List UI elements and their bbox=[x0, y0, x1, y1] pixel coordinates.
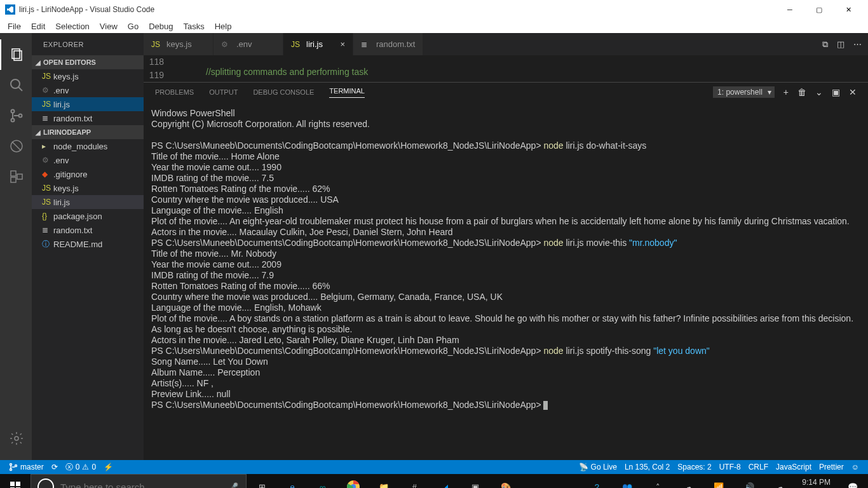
sync-icon[interactable]: ⟳ bbox=[48, 463, 62, 471]
compare-icon[interactable]: ⧉ bbox=[822, 39, 828, 50]
open-editor-liri[interactable]: JSliri.js bbox=[32, 97, 144, 111]
code-editor[interactable]: 118119 //splitting commands and performi… bbox=[144, 55, 868, 82]
language[interactable]: JavaScript bbox=[772, 463, 815, 471]
wifi-icon[interactable]: 📶 bbox=[703, 474, 734, 488]
split-icon[interactable]: ◫ bbox=[837, 39, 844, 49]
bottom-panel: PROBLEMS OUTPUT DEBUG CONSOLE TERMINAL 1… bbox=[144, 82, 868, 460]
file-readme[interactable]: ⓘREADME.md bbox=[32, 237, 144, 251]
paint-icon[interactable]: 🎨 bbox=[491, 474, 521, 488]
tab-random[interactable]: ≣random.txt bbox=[353, 33, 423, 55]
clock[interactable]: 9:14 PM2/3/2018 bbox=[795, 478, 837, 488]
tab-problems[interactable]: PROBLEMS bbox=[155, 88, 194, 96]
text-icon: ≣ bbox=[42, 114, 53, 123]
svg-point-12 bbox=[15, 437, 18, 440]
terminal-taskbar-icon[interactable]: ▣ bbox=[460, 474, 491, 488]
explorer-icon[interactable] bbox=[0, 39, 32, 70]
menubar: File Edit Selection View Go Debug Tasks … bbox=[0, 19, 868, 33]
explorer-icon[interactable]: 📁 bbox=[369, 474, 399, 488]
cursor bbox=[543, 401, 548, 410]
sidebar-header: EXPLORER bbox=[32, 33, 144, 55]
menu-go[interactable]: Go bbox=[123, 22, 144, 31]
menu-view[interactable]: View bbox=[95, 22, 123, 31]
search-box[interactable]: 🎤 bbox=[31, 474, 247, 488]
start-button[interactable] bbox=[0, 474, 31, 488]
chevron-down-icon[interactable]: ⌄ bbox=[815, 87, 823, 97]
menu-help[interactable]: Help bbox=[210, 22, 237, 31]
menu-selection[interactable]: Selection bbox=[50, 22, 94, 31]
errors[interactable]: ⓧ 0 ⚠ 0 bbox=[62, 462, 100, 473]
cursor-position[interactable]: Ln 135, Col 2 bbox=[621, 463, 674, 471]
terminal-select[interactable]: 1: powershell bbox=[713, 86, 775, 98]
volume-icon[interactable]: 🔊 bbox=[734, 474, 764, 488]
js-icon: JS bbox=[151, 40, 163, 49]
activity-bar bbox=[0, 33, 32, 460]
tab-output[interactable]: OUTPUT bbox=[209, 88, 238, 96]
lightning-icon[interactable]: ⚡ bbox=[100, 463, 117, 471]
settings-icon[interactable] bbox=[0, 423, 32, 454]
open-editor-keys[interactable]: JSkeys.js bbox=[32, 69, 144, 83]
debug-icon[interactable] bbox=[0, 131, 32, 161]
folder-node-modules[interactable]: ▸node_modules bbox=[32, 139, 144, 153]
go-live[interactable]: 📡 Go Live bbox=[575, 463, 621, 471]
close-button[interactable]: ✕ bbox=[834, 0, 863, 19]
help-icon[interactable]: ? bbox=[581, 474, 612, 488]
vscode-taskbar-icon[interactable]: ◢ bbox=[430, 474, 460, 488]
file-gitignore[interactable]: ◆.gitignore bbox=[32, 167, 144, 181]
git-icon: ◆ bbox=[42, 170, 53, 179]
file-random[interactable]: ≣random.txt bbox=[32, 223, 144, 237]
close-icon[interactable]: × bbox=[334, 39, 345, 49]
project-section[interactable]: ◢LIRINODEAPP bbox=[32, 125, 144, 139]
search-input[interactable] bbox=[60, 482, 220, 489]
svg-rect-11 bbox=[17, 174, 22, 179]
maximize-button[interactable]: ▢ bbox=[804, 0, 834, 19]
menu-tasks[interactable]: Tasks bbox=[178, 22, 209, 31]
tab-env[interactable]: ⚙.env bbox=[214, 33, 283, 55]
prettier[interactable]: Prettier bbox=[815, 463, 848, 471]
onedrive-icon[interactable]: ☁ bbox=[673, 474, 703, 488]
spaces[interactable]: Spaces: 2 bbox=[674, 463, 715, 471]
file-liri[interactable]: JSliri.js bbox=[32, 195, 144, 209]
tab-keys[interactable]: JSkeys.js bbox=[144, 33, 214, 55]
mic-icon[interactable]: 🎤 bbox=[220, 482, 246, 489]
git-icon[interactable] bbox=[0, 100, 32, 131]
open-editor-env[interactable]: ⚙.env bbox=[32, 83, 144, 97]
taskview-icon[interactable]: ⊞ bbox=[247, 474, 277, 488]
svg-point-4 bbox=[11, 110, 15, 113]
menu-debug[interactable]: Debug bbox=[144, 22, 178, 31]
kill-terminal-icon[interactable]: 🗑 bbox=[797, 87, 806, 97]
extensions-icon[interactable] bbox=[0, 161, 32, 192]
people-icon[interactable]: 👥 bbox=[612, 474, 642, 488]
file-package[interactable]: {}package.json bbox=[32, 209, 144, 223]
minimize-button[interactable]: ─ bbox=[775, 0, 804, 19]
tray-up-icon[interactable]: ˄ bbox=[642, 474, 673, 488]
notification-icon[interactable]: 💬 bbox=[837, 474, 868, 488]
sync-tray-icon[interactable]: ☁ bbox=[764, 474, 795, 488]
new-terminal-icon[interactable]: + bbox=[783, 87, 789, 97]
encoding[interactable]: UTF-8 bbox=[715, 463, 745, 471]
more-icon[interactable]: ⋯ bbox=[853, 39, 862, 49]
slack-icon[interactable]: # bbox=[399, 474, 430, 488]
taskbar: 🎤 ⊞ e ∞ 📁 # ◢ ▣ 🎨 ? 👥 ˄ ☁ 📶 🔊 ☁ 9:14 PM2… bbox=[0, 474, 868, 488]
maximize-panel-icon[interactable]: ▣ bbox=[832, 87, 840, 97]
eol[interactable]: CRLF bbox=[745, 463, 772, 471]
tab-liri[interactable]: JSliri.js× bbox=[283, 33, 353, 55]
git-branch[interactable]: master bbox=[5, 463, 48, 471]
file-env[interactable]: ⚙.env bbox=[32, 153, 144, 167]
feedback-icon[interactable]: ☺ bbox=[848, 463, 863, 471]
file-keys[interactable]: JSkeys.js bbox=[32, 181, 144, 195]
open-editor-random[interactable]: ≣random.txt bbox=[32, 111, 144, 125]
close-panel-icon[interactable]: ✕ bbox=[849, 87, 857, 97]
menu-edit[interactable]: Edit bbox=[26, 22, 50, 31]
chrome-icon[interactable] bbox=[338, 474, 369, 488]
svg-point-14 bbox=[10, 469, 12, 471]
search-icon[interactable] bbox=[0, 70, 32, 100]
menu-file[interactable]: File bbox=[3, 22, 26, 31]
json-icon: {} bbox=[42, 212, 53, 220]
open-editors-section[interactable]: ◢OPEN EDITORS bbox=[32, 55, 144, 69]
terminal[interactable]: Windows PowerShell Copyright (C) Microso… bbox=[144, 102, 868, 460]
arduino-icon[interactable]: ∞ bbox=[308, 474, 338, 488]
tab-debug-console[interactable]: DEBUG CONSOLE bbox=[253, 88, 314, 96]
tab-terminal[interactable]: TERMINAL bbox=[329, 87, 365, 98]
chevron-right-icon: ▸ bbox=[42, 142, 53, 151]
edge-icon[interactable]: e bbox=[277, 474, 308, 488]
